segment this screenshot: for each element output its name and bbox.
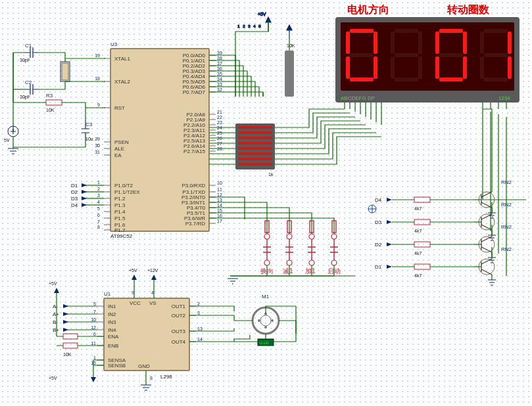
svg-text:5: 5 [97,206,100,211]
svg-text:36: 36 [217,66,222,71]
svg-rect-148 [418,32,422,54]
svg-text:A-: A- [53,304,58,309]
keypad: 换向减1加1启动 [228,219,355,284]
svg-rect-157 [439,78,463,81]
svg-text:GND: GND [138,363,150,369]
u1-chip: U1 L298 5IN17IN210IN312IN46ENA11ENB1SENS… [91,268,203,390]
svg-text:P3.7/RD: P3.7/RD [185,221,205,227]
u3-chip: U3 AT89C52 19XTAL118XTAL29RST29PSEN30ALE… [95,41,222,239]
svg-text:7: 7 [97,219,100,224]
crystal-net: C1 30pF C2 30pF [13,43,105,131]
svg-text:4k7: 4k7 [414,206,422,211]
svg-marker-258 [63,312,68,316]
svg-text:P1.7: P1.7 [114,227,126,233]
svg-text:VS: VS [149,300,157,306]
svg-rect-199 [414,242,430,247]
svg-text:39: 39 [217,51,222,55]
svg-text:EA: EA [114,152,122,158]
svg-rect-193 [414,219,430,225]
svg-text:13: 13 [197,327,203,331]
svg-text:B+: B+ [53,327,59,333]
svg-point-274 [264,326,267,328]
seven-seg-display: 电机方向 转动圈数 ABCDEFG DP 1234 [335,3,520,125]
svg-text:5: 5 [258,24,261,28]
svg-text:4k7: 4k7 [414,229,422,233]
svg-text:33: 33 [217,82,222,87]
dir-label: 电机方向 [347,3,389,15]
svg-text:RN2: RN2 [501,246,512,252]
rn-mid-val: 1k [268,172,274,177]
svg-text:10: 10 [217,181,222,185]
svg-marker-191 [387,220,392,224]
svg-rect-142 [374,56,377,79]
svg-rect-159 [435,32,439,54]
svg-text:+5V: +5V [49,376,57,380]
svg-text:10: 10 [91,317,96,322]
svg-rect-130 [238,126,272,129]
svg-text:D4: D4 [375,197,382,203]
svg-marker-185 [387,198,392,202]
svg-rect-161 [484,29,508,33]
svg-point-275 [258,319,260,322]
svg-text:17: 17 [217,219,222,223]
svg-text:30: 30 [95,143,100,148]
svg-point-181 [331,260,337,265]
svg-rect-153 [395,53,418,57]
svg-rect-117 [46,100,62,105]
svg-rect-154 [439,29,463,33]
c3-val: 10u [85,137,93,141]
svg-text:减1: 减1 [283,267,293,275]
svg-rect-163 [508,56,512,79]
c1-val: 30pF [20,58,30,63]
svg-text:18: 18 [95,76,100,81]
svg-rect-187 [414,197,430,202]
svg-rect-132 [238,137,272,139]
vsource: 5V [4,53,85,154]
svg-text:8: 8 [97,225,100,229]
svg-text:9: 9 [97,102,100,107]
svg-text:12: 12 [217,192,222,197]
svg-rect-131 [238,131,272,134]
svg-text:5: 5 [93,302,96,306]
svg-text:VCC: VCC [130,300,141,306]
svg-rect-136 [238,158,272,160]
svg-rect-166 [480,32,484,54]
rst-net: R3 10K C3 10u [38,93,105,141]
svg-text:10K: 10K [63,352,72,357]
m1-ref: M1 [262,294,270,300]
pwr-rails: +5V 1 2 3 4 5 [237,12,292,39]
svg-text:34: 34 [217,77,222,81]
svg-rect-158 [435,56,439,79]
svg-rect-134 [238,147,272,150]
svg-rect-129 [235,124,275,169]
svg-text:29: 29 [95,137,100,141]
svg-text:+5V: +5V [258,12,266,16]
svg-text:+5V: +5V [49,281,57,286]
svg-point-177 [309,260,314,265]
svg-point-169 [264,260,270,265]
svg-rect-156 [463,56,467,79]
svg-text:OUT1: OUT1 [172,304,186,309]
svg-text:4: 4 [253,24,256,28]
svg-marker-252 [132,275,137,280]
svg-text:A+: A+ [53,311,59,317]
svg-rect-162 [508,32,512,54]
svg-text:XTAL1: XTAL1 [114,56,130,62]
svg-text:1: 1 [97,180,100,185]
svg-text:37: 37 [217,61,222,66]
svg-marker-262 [63,328,68,332]
svg-text:1: 1 [93,355,96,360]
svg-text:OUT2: OUT2 [172,313,186,319]
svg-text:11: 11 [217,187,222,192]
r3-val: 10K [46,108,55,112]
svg-text:PSEN: PSEN [114,139,129,145]
svg-marker-267 [54,288,59,293]
svg-rect-146 [350,53,374,57]
u1-model: L298 [160,374,172,380]
svg-rect-120 [285,51,294,97]
p3-bus [209,197,334,219]
svg-marker-253 [151,275,157,280]
svg-text:19: 19 [95,53,100,58]
svg-text:13: 13 [217,198,222,202]
svg-rect-137 [238,163,272,166]
